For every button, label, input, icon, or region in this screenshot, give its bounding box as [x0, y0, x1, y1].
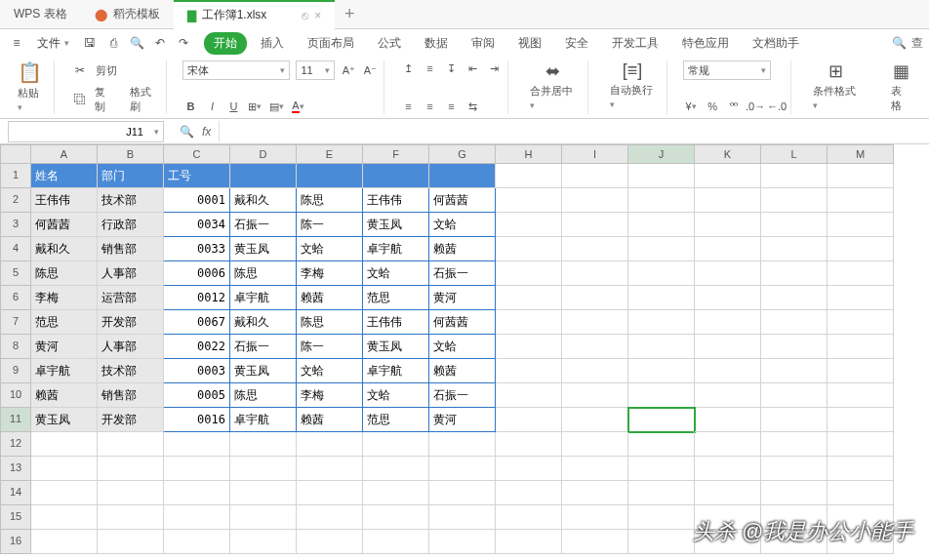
row-header-15[interactable]: 15: [0, 505, 31, 530]
cell-D14[interactable]: [230, 481, 297, 505]
select-all-corner[interactable]: [0, 144, 31, 164]
align-top-icon[interactable]: ↥: [400, 60, 416, 76]
row-header-5[interactable]: 5: [0, 261, 31, 286]
cell-H16[interactable]: [496, 530, 562, 554]
cell-H3[interactable]: [496, 213, 562, 237]
cell-L9[interactable]: [761, 359, 828, 383]
cell-I1[interactable]: [562, 164, 628, 188]
cell-F1[interactable]: [363, 164, 429, 188]
cell-G12[interactable]: [429, 432, 496, 457]
cell-F2[interactable]: 王伟伟: [363, 188, 429, 213]
copy-icon[interactable]: ⿻: [70, 90, 89, 109]
undo-icon[interactable]: ↶: [149, 32, 171, 54]
cell-C9[interactable]: 0003: [164, 359, 230, 383]
row-header-16[interactable]: 16: [0, 530, 31, 554]
menu-tab-4[interactable]: 数据: [415, 32, 458, 55]
cell-L7[interactable]: [761, 310, 828, 335]
col-header-D[interactable]: D: [230, 144, 297, 164]
preview-icon[interactable]: 🔍: [126, 32, 147, 54]
menu-tab-0[interactable]: 开始: [204, 32, 247, 55]
cell-E2[interactable]: 陈思: [297, 188, 363, 213]
cell-K9[interactable]: [695, 359, 761, 383]
cell-A9[interactable]: 卓宇航: [31, 359, 98, 383]
row-header-4[interactable]: 4: [0, 237, 31, 261]
cell-I6[interactable]: [562, 286, 628, 310]
cell-F11[interactable]: 范思: [363, 408, 429, 432]
cell-E10[interactable]: 李梅: [297, 383, 363, 408]
cell-K15[interactable]: [695, 505, 761, 530]
dec-increase-icon[interactable]: .0→: [747, 99, 763, 114]
cell-L12[interactable]: [761, 432, 828, 457]
cell-A15[interactable]: [31, 505, 98, 530]
cell-E5[interactable]: 李梅: [297, 261, 363, 286]
cell-K16[interactable]: [695, 530, 761, 554]
font-size-select[interactable]: 11▾: [296, 60, 335, 80]
cell-B16[interactable]: [98, 530, 164, 554]
cell-G5[interactable]: 石振一: [429, 261, 496, 286]
file-menu[interactable]: 文件▾: [29, 33, 77, 54]
cell-B13[interactable]: [98, 457, 164, 481]
align-middle-icon[interactable]: ≡: [422, 60, 437, 76]
merge-across-icon[interactable]: ⇆: [464, 99, 480, 114]
cell-K4[interactable]: [695, 237, 761, 261]
col-header-F[interactable]: F: [363, 144, 429, 164]
row-header-13[interactable]: 13: [0, 457, 31, 481]
cell-K14[interactable]: [695, 481, 761, 505]
cell-H11[interactable]: [496, 408, 562, 432]
font-color-button[interactable]: A▾: [290, 99, 305, 114]
cell-M5[interactable]: [828, 261, 894, 286]
align-right-icon[interactable]: ≡: [443, 99, 459, 114]
row-header-1[interactable]: 1: [0, 164, 31, 188]
app-tab[interactable]: WPS 表格: [0, 0, 81, 29]
cell-F7[interactable]: 王伟伟: [363, 310, 429, 335]
cell-L10[interactable]: [761, 383, 828, 408]
cell-L1[interactable]: [761, 164, 828, 188]
cell-H5[interactable]: [496, 261, 562, 286]
align-left-icon[interactable]: ≡: [400, 99, 416, 114]
cell-M12[interactable]: [828, 432, 894, 457]
cell-G9[interactable]: 赖茜: [429, 359, 496, 383]
menu-tab-2[interactable]: 页面布局: [298, 32, 364, 55]
cell-K5[interactable]: [695, 261, 761, 286]
cell-F4[interactable]: 卓宇航: [363, 237, 429, 261]
comma-icon[interactable]: ºº: [726, 99, 742, 114]
dec-decrease-icon[interactable]: ←.0: [769, 99, 785, 114]
percent-icon[interactable]: %: [705, 99, 720, 114]
cell-L13[interactable]: [761, 457, 828, 481]
cell-E6[interactable]: 赖茜: [297, 286, 363, 310]
cell-F14[interactable]: [363, 481, 429, 505]
cell-F13[interactable]: [363, 457, 429, 481]
cell-M6[interactable]: [828, 286, 894, 310]
cell-G15[interactable]: [429, 505, 496, 530]
cell-E1[interactable]: [297, 164, 363, 188]
cell-M2[interactable]: [828, 188, 894, 213]
row-header-14[interactable]: 14: [0, 481, 31, 505]
cell-M8[interactable]: [828, 335, 894, 359]
cell-K6[interactable]: [695, 286, 761, 310]
border-button[interactable]: ⊞▾: [247, 99, 263, 114]
cell-J7[interactable]: [628, 310, 695, 335]
cell-D10[interactable]: 陈思: [230, 383, 297, 408]
cell-C15[interactable]: [164, 505, 230, 530]
cell-L2[interactable]: [761, 188, 828, 213]
decrease-font-icon[interactable]: A⁻: [362, 62, 378, 78]
row-header-3[interactable]: 3: [0, 213, 31, 237]
cell-K11[interactable]: [695, 408, 761, 432]
cell-M16[interactable]: [828, 530, 894, 554]
cell-E13[interactable]: [297, 457, 363, 481]
cell-G11[interactable]: 黄河: [429, 408, 496, 432]
cell-D8[interactable]: 石振一: [230, 335, 297, 359]
cell-I11[interactable]: [562, 408, 628, 432]
cell-F3[interactable]: 黄玉凤: [363, 213, 429, 237]
cell-E4[interactable]: 文蛤: [297, 237, 363, 261]
cell-J2[interactable]: [628, 188, 695, 213]
cell-B12[interactable]: [98, 432, 164, 457]
cell-J9[interactable]: [628, 359, 695, 383]
cell-D11[interactable]: 卓宇航: [230, 408, 297, 432]
cell-G16[interactable]: [429, 530, 496, 554]
cell-I12[interactable]: [562, 432, 628, 457]
cell-C3[interactable]: 0034: [164, 213, 230, 237]
cell-M11[interactable]: [828, 408, 894, 432]
align-center-icon[interactable]: ≡: [422, 99, 437, 114]
cell-A4[interactable]: 戴和久: [31, 237, 98, 261]
